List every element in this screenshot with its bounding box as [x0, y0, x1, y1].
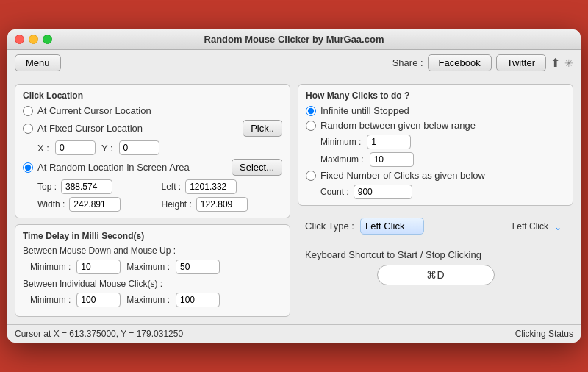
shortcut-container: ⌘D — [305, 265, 566, 285]
main-window: Random Mouse Clicker by MurGaa.com Menu … — [7, 29, 581, 343]
width-input[interactable] — [69, 197, 121, 212]
x-input[interactable] — [55, 140, 96, 155]
click-max-input[interactable] — [176, 293, 220, 307]
infinite-radio[interactable] — [306, 106, 316, 116]
random-location-radio[interactable] — [23, 162, 33, 173]
select-button[interactable]: Select... — [232, 159, 282, 176]
keyboard-title: Keyboard Shortcut to Start / Stop Clicki… — [305, 249, 566, 260]
count-input[interactable] — [354, 185, 412, 199]
individual-click-title: Between Individual Mouse Click(s) : — [23, 279, 282, 289]
twitter-button[interactable]: Twitter — [496, 54, 546, 71]
pick-button[interactable]: Pick.. — [243, 120, 282, 137]
top-input[interactable] — [61, 179, 112, 194]
main-content: Click Location At Current Cursor Locatio… — [7, 76, 581, 324]
mouse-max-input[interactable] — [176, 260, 220, 274]
height-input[interactable] — [196, 197, 248, 212]
status-bar: Cursor at X = 613.375000, Y = 179.031250… — [7, 324, 581, 343]
count-row: Count : — [320, 185, 565, 199]
height-label: Height : — [162, 199, 192, 210]
left-label: Left : — [162, 182, 182, 192]
left-row: Left : — [162, 179, 283, 194]
top-row: Top : — [37, 179, 159, 194]
click-type-row: Click Type : Left Click Right Click Doub… — [298, 212, 573, 240]
keyboard-shortcut[interactable]: ⌘D — [377, 265, 495, 285]
random-range-radio-row: Random between given below range — [306, 120, 565, 131]
how-many-clicks-title: How Many Clicks to do ? — [306, 90, 565, 101]
fixed-cursor-radio[interactable] — [23, 124, 33, 134]
window-title: Random Mouse Clicker by MurGaa.com — [204, 34, 384, 45]
click-type-label: Click Type : — [305, 221, 354, 232]
range-max-input[interactable] — [370, 152, 414, 167]
range-min-row: Minimum : — [320, 135, 565, 149]
range-min-label: Minimum : — [320, 137, 361, 147]
width-label: Width : — [37, 199, 65, 210]
click-location-section: Click Location At Current Cursor Locatio… — [15, 84, 290, 218]
time-delay-section: Time Delay in Milli Second(s) Between Mo… — [15, 224, 290, 317]
how-many-clicks-section: How Many Clicks to do ? Infinite untill … — [298, 84, 573, 206]
current-cursor-label: At Current Cursor Location — [37, 105, 151, 116]
click-type-wrapper: Left Click Right Click Double Click Midd… — [360, 218, 566, 235]
x-label: X : — [37, 143, 49, 154]
fixed-number-label: Fixed Number of Clicks as given below — [320, 170, 485, 181]
select-value: Left Click — [512, 221, 548, 232]
random-location-row: At Random Location in Screen Area Select… — [23, 159, 282, 176]
height-row: Height : — [162, 197, 283, 212]
random-range-label: Random between given below range — [320, 120, 476, 131]
click-location-option1-row: At Current Cursor Location — [23, 105, 282, 116]
spinner-button[interactable]: ✳ — [564, 57, 573, 70]
mouse-min-label: Minimum : — [30, 262, 71, 272]
fixed-number-radio[interactable] — [306, 171, 316, 181]
keyboard-section: Keyboard Shortcut to Start / Stop Clicki… — [298, 246, 573, 291]
random-location-label: At Random Location in Screen Area — [37, 162, 190, 173]
y-input[interactable] — [119, 140, 159, 155]
random-range-radio[interactable] — [306, 121, 316, 131]
infinite-label: Infinite untill Stopped — [320, 105, 409, 116]
click-max-label: Maximum : — [126, 295, 170, 305]
titlebar: Random Mouse Clicker by MurGaa.com — [7, 29, 581, 50]
range-max-label: Maximum : — [320, 154, 364, 165]
left-input[interactable] — [185, 179, 237, 194]
share-icon-button[interactable]: ⬆ — [551, 56, 560, 70]
click-min-max-row: Minimum : Maximum : — [30, 293, 282, 307]
mouse-down-up-title: Between Mouse Down and Mouse Up : — [23, 246, 282, 256]
toolbar-right: Share : Facebook Twitter ⬆ ✳ — [392, 54, 573, 71]
click-min-input[interactable] — [76, 293, 121, 307]
mouse-min-max-row: Minimum : Maximum : — [30, 260, 282, 274]
xy-row: X : Y : — [37, 140, 282, 155]
count-label: Count : — [320, 187, 349, 197]
infinite-radio-row: Infinite untill Stopped — [306, 105, 565, 116]
spinner-icon: ✳ — [564, 57, 573, 69]
left-panel: Click Location At Current Cursor Locatio… — [15, 84, 290, 317]
click-type-select[interactable]: Left Click Right Click Double Click Midd… — [360, 218, 424, 235]
fixed-cursor-radio-row: At Fixed Cursor Location — [23, 123, 243, 134]
mouse-min-input[interactable] — [76, 260, 121, 274]
traffic-lights — [15, 35, 52, 44]
clicking-status: Clicking Status — [515, 329, 573, 339]
range-min-input[interactable] — [367, 135, 411, 149]
maximize-button[interactable] — [43, 35, 52, 44]
toolbar: Menu Share : Facebook Twitter ⬆ ✳ — [7, 50, 581, 76]
click-min-label: Minimum : — [30, 295, 71, 305]
close-button[interactable] — [15, 35, 24, 44]
top-label: Top : — [37, 182, 57, 192]
minimize-button[interactable] — [29, 35, 38, 44]
share-label: Share : — [392, 57, 423, 68]
facebook-button[interactable]: Facebook — [428, 54, 492, 71]
range-max-row: Maximum : — [320, 152, 565, 167]
click-location-title: Click Location — [23, 90, 282, 101]
fixed-cursor-label: At Fixed Cursor Location — [37, 123, 143, 134]
current-cursor-radio[interactable] — [23, 106, 33, 116]
tblw-grid: Top : Left : Width : Height : — [37, 179, 282, 212]
random-location-radio-row: At Random Location in Screen Area — [23, 162, 232, 173]
width-row: Width : — [37, 197, 159, 212]
cursor-status: Cursor at X = 613.375000, Y = 179.031250 — [15, 329, 183, 339]
time-delay-title: Time Delay in Milli Second(s) — [23, 231, 282, 241]
mouse-max-label: Maximum : — [126, 262, 170, 272]
upload-icon: ⬆ — [551, 57, 560, 69]
y-label: Y : — [101, 143, 113, 154]
fixed-cursor-row: At Fixed Cursor Location Pick.. — [23, 120, 282, 137]
fixed-number-radio-row: Fixed Number of Clicks as given below — [306, 170, 565, 181]
right-panel: How Many Clicks to do ? Infinite untill … — [298, 84, 573, 317]
menu-button[interactable]: Menu — [15, 54, 61, 71]
